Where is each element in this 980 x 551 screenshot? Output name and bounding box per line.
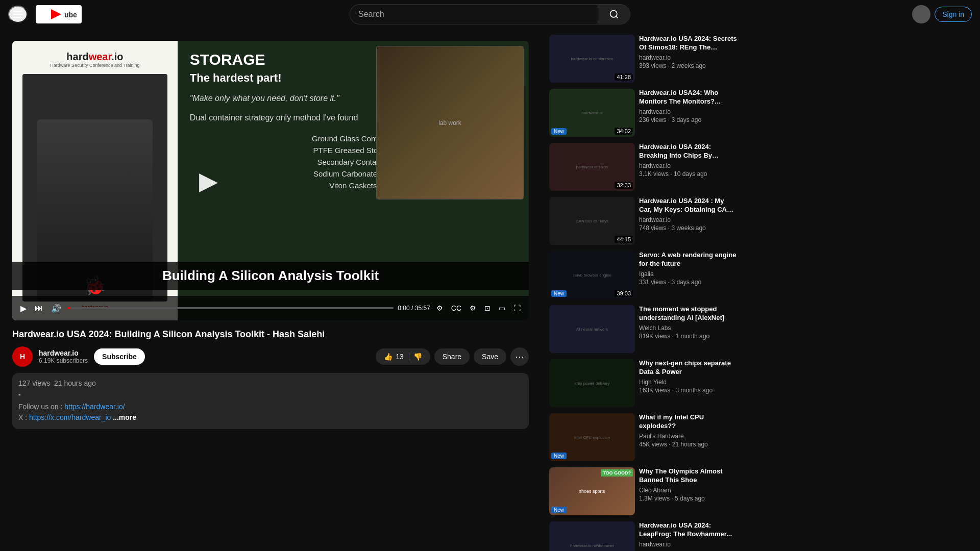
sidebar-video-8[interactable]: shoes sports TOO GOOD? New Why The Olymp… [549, 467, 738, 515]
description-text: Follow us on : https://hardwear.io/ X : … [18, 402, 523, 423]
captions-button[interactable]: CC [449, 303, 463, 313]
thumb-inner-5: AI neural network [549, 305, 635, 353]
progress-fill [67, 307, 70, 309]
sv-title-3: Hardwear.io USA 2024 : My Car, My Keys: … [639, 197, 738, 214]
svg-line-4 [616, 16, 618, 18]
save-button[interactable]: Save [474, 348, 506, 365]
sv-title-8: Why The Olympics Almost Banned This Shoe [639, 467, 738, 485]
player-title-overlay: Building A Silicon Analysis Toolkit [12, 262, 529, 290]
hamburger-menu-button[interactable] [8, 6, 28, 23]
channel-subscribers: 6.19K subscribers [39, 357, 88, 364]
sidebar-video-6[interactable]: chip power delivery Why next-gen chips s… [549, 359, 738, 407]
dislike-icon: 👎 [409, 353, 422, 361]
thumbnail-6: chip power delivery [549, 359, 635, 407]
player-controls: ▶ ⏭ 🔊 0:00 / 35:57 ⚙ CC ⚙ ⊡ ▭ ⛶ [12, 296, 529, 320]
duration-badge-1: 34:02 [615, 128, 633, 135]
sidebar-video-4[interactable]: servo browser engine 39:03 New Servo: A … [549, 251, 738, 299]
sidebar-video-3[interactable]: CAN bus car keys 44:15 Hardwear.io USA 2… [549, 197, 738, 245]
search-button[interactable] [598, 4, 630, 24]
thumbnail-1: hardwear.io 34:02 New [549, 89, 635, 137]
time-display: 0:00 / 35:57 [398, 305, 430, 312]
sv-meta-3: 748 views · 3 weeks ago [639, 224, 738, 232]
channel-name[interactable]: hardwear.io [39, 349, 88, 357]
sv-meta-9: · [639, 549, 738, 551]
website-link[interactable]: https://hardwear.io/ [64, 403, 125, 411]
desc-dash: - [18, 390, 523, 398]
sv-channel-4: Igalia [639, 270, 738, 278]
sidebar-video-info-2: Hardwear.io USA 2024: Breaking Into Chip… [639, 143, 738, 191]
pip-overlay: lab work [376, 46, 524, 199]
player-background: hardwear.io Hardware Security Conference… [12, 41, 529, 320]
thumbnail-5: AI neural network [549, 305, 635, 353]
subscribe-button[interactable]: Subscribe [94, 348, 145, 365]
play-button[interactable]: ▶ [18, 302, 29, 315]
sidebar-video-info-6: Why next-gen chips separate Data & Power… [639, 359, 738, 407]
settings-button[interactable]: ⚙ [468, 303, 478, 313]
sidebar-video-info-0: Hardwear.io USA 2024: Secrets Of Simos18… [639, 35, 738, 83]
thumbnail-2: hardwear.io chips 32:33 [549, 143, 635, 191]
channel-row: H hardwear.io 6.19K subscribers Subscrib… [12, 346, 145, 367]
sv-channel-2: hardwear.io [639, 162, 738, 169]
sv-meta-5: 819K views · 1 month ago [639, 333, 738, 340]
header-left: ube [8, 5, 110, 23]
more-options-button[interactable]: ⋯ [510, 347, 529, 366]
search-bar [350, 4, 630, 24]
share-button[interactable]: Share [434, 348, 470, 365]
duration-badge-4: 39:03 [615, 290, 633, 297]
volume-button[interactable]: 🔊 [49, 302, 63, 315]
sv-channel-9: hardwear.io [639, 541, 738, 548]
miniplayer-button[interactable]: ⊡ [482, 303, 493, 313]
main-content: hardwear.io Hardware Security Conference… [0, 29, 980, 551]
fullscreen-button[interactable]: ⛶ [511, 303, 523, 313]
thumbnail-9: hardwear.io rowhammer [549, 521, 635, 551]
description-box[interactable]: 127 views 21 hours ago - Follow us on : … [12, 373, 529, 429]
thumbnail-0: hardwear.io conference 41:28 [549, 35, 635, 83]
sv-channel-7: Paul's Hardware [639, 433, 738, 440]
search-input[interactable] [350, 4, 598, 24]
sv-title-9: Hardwear.io USA 2024: LeapFrog: The Rowh… [639, 521, 738, 539]
header-center [110, 4, 870, 24]
sv-meta-0: 393 views · 2 weeks ago [639, 62, 738, 69]
thumbnail-7: Intel CPU explosion New [549, 413, 635, 461]
thumb-inner-6: chip power delivery [549, 359, 635, 407]
duration-badge-0: 41:28 [615, 73, 633, 81]
youtube-logo[interactable]: ube [36, 5, 82, 23]
sv-channel-3: hardwear.io [639, 216, 738, 223]
sv-meta-2: 3.1K views · 10 days ago [639, 170, 738, 178]
sv-meta-8: 1.3M views · 5 days ago [639, 495, 738, 502]
svg-text:ube: ube [64, 11, 77, 19]
sidebar-video-info-1: Hardwear.io USA24: Who Monitors The Moni… [639, 89, 738, 137]
header-right: Sign in [870, 5, 972, 23]
sv-title-6: Why next-gen chips separate Data & Power [639, 359, 738, 377]
channel-avatar[interactable]: H [12, 346, 33, 367]
sidebar-video-info-5: The moment we stopped understanding AI [… [639, 305, 738, 353]
show-more-button[interactable]: ...more [113, 413, 136, 421]
duration-badge-3: 44:15 [615, 236, 633, 243]
sidebar-video-5[interactable]: AI neural network The moment we stopped … [549, 305, 738, 353]
progress-bar[interactable] [67, 307, 394, 309]
video-player[interactable]: hardwear.io Hardware Security Conference… [12, 41, 529, 320]
thumb-up-icon: 👍 [384, 353, 393, 361]
auto-play-toggle[interactable]: ⚙ [434, 303, 445, 313]
sv-title-5: The moment we stopped understanding AI [… [639, 305, 738, 322]
sidebar-video-9[interactable]: hardwear.io rowhammer Hardwear.io USA 20… [549, 521, 738, 551]
sidebar: hardwear.io conference 41:28 Hardwear.io… [541, 29, 746, 551]
sidebar-video-0[interactable]: hardwear.io conference 41:28 Hardwear.io… [549, 35, 738, 83]
svg-point-3 [610, 11, 617, 17]
user-avatar-button[interactable] [912, 5, 930, 23]
video-meta: 127 views 21 hours ago [18, 379, 523, 387]
sv-title-2: Hardwear.io USA 2024: Breaking Into Chip… [639, 143, 738, 160]
sidebar-video-2[interactable]: hardwear.io chips 32:33 Hardwear.io USA … [549, 143, 738, 191]
sidebar-video-1[interactable]: hardwear.io 34:02 New Hardwear.io USA24:… [549, 89, 738, 137]
twitter-link[interactable]: https://x.com/hardwear_io [29, 413, 111, 421]
sidebar-video-7[interactable]: Intel CPU explosion New What if my Intel… [549, 413, 738, 461]
sv-title-7: What if my Intel CPU explodes?? [639, 413, 738, 431]
skip-button[interactable]: ⏭ [33, 302, 45, 315]
thumbnail-3: CAN bus car keys 44:15 [549, 197, 635, 245]
theater-button[interactable]: ▭ [497, 303, 507, 313]
like-button[interactable]: 👍 13 👎 [376, 348, 430, 365]
sv-meta-7: 45K views · 21 hours ago [639, 441, 738, 448]
sign-in-button[interactable]: Sign in [935, 7, 972, 22]
sv-title-4: Servo: A web rendering engine for the fu… [639, 251, 738, 268]
sidebar-video-info-3: Hardwear.io USA 2024 : My Car, My Keys: … [639, 197, 738, 245]
